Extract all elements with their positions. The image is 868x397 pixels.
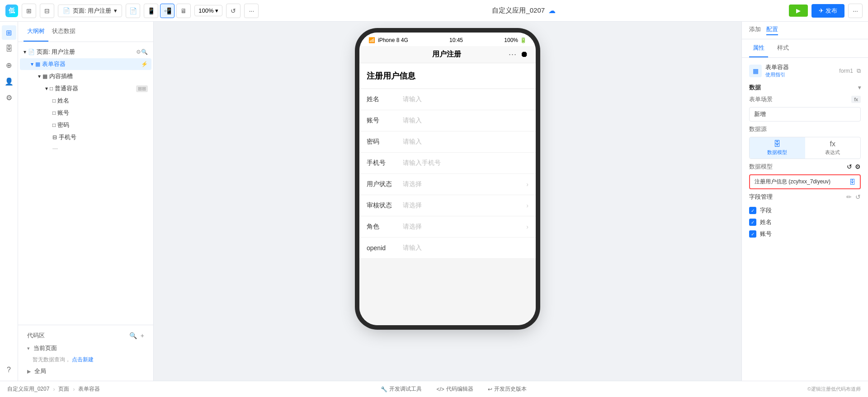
form-row-role: 角色 请选择 › <box>359 216 536 238</box>
add-type-label: 新增 <box>754 111 766 117</box>
debug-icon: 🔧 <box>381 386 387 392</box>
top-toolbar: 低 ⊞ ⊟ 📄 页面: 用户注册 ▾ 📄 📱 📲 🖥 100% ▾ ↺ ··· … <box>0 0 868 22</box>
expression-option[interactable]: fx 表达式 <box>805 137 861 159</box>
phone-mockup: 📶 iPhone 8 4G 10:45 100% 🔋 用户注册 ··· ⏺ <box>359 33 536 325</box>
lightning-icon[interactable]: ⚡ <box>141 61 148 67</box>
tree-field-account[interactable]: □ 账号 <box>20 107 151 119</box>
user-icon[interactable]: 👤 <box>2 74 16 89</box>
app-logo[interactable]: 低 <box>5 5 18 17</box>
expression-icon: fx <box>830 140 835 148</box>
data-model-option[interactable]: 🗄 数据模型 <box>750 137 805 159</box>
fx-badge[interactable]: fx <box>851 96 861 103</box>
search-tree-icon[interactable]: 🔍 <box>141 49 148 55</box>
tab-properties[interactable]: 属性 <box>749 39 768 57</box>
data-model-value: 注册用户信息 (zcyhxx_7diyeuv) <box>755 178 830 186</box>
tree-field-phone[interactable]: ⊟ 手机号 <box>20 131 151 143</box>
add-type-selector[interactable]: 新增 <box>749 107 861 121</box>
slot-icon: ▦ <box>42 73 47 79</box>
debug-tool-btn[interactable]: 🔧 开发调试工具 <box>377 383 425 395</box>
refresh-btn[interactable]: ↺ <box>226 4 241 18</box>
history-btn[interactable]: ↩ 开发历史版本 <box>484 383 530 395</box>
phone-page-title: 用户注册 <box>432 50 461 59</box>
data-icon[interactable]: 🗄 <box>2 42 16 56</box>
settings-icon[interactable]: ⚙ <box>2 90 16 105</box>
bottom-center-tools: 🔧 开发调试工具 </> 代码编辑器 ↩ 开发历史版本 <box>104 383 804 395</box>
mobile-view-btn[interactable]: 📱 <box>144 4 158 18</box>
left-panel: 大纲树 状态数据 ▾ 📄 页面: 用户注册 ⚙ 🔍 ▾ ▦ 表单容器 ⚡ <box>18 22 154 381</box>
battery-area: 100% 🔋 <box>504 37 527 43</box>
field-checkbox-name[interactable]: ✓ 姓名 <box>749 216 861 228</box>
code-editor-btn[interactable]: </> 代码编辑器 <box>433 383 476 395</box>
data-model-icon: 🗄 <box>774 140 781 148</box>
settings-tree-icon[interactable]: ⚙ <box>136 49 141 55</box>
desktop-view-btn[interactable]: 🖥 <box>176 4 191 18</box>
edit-fields-icon[interactable]: ✏ <box>846 193 852 201</box>
tab-state-data[interactable]: 状态数据 <box>48 22 79 42</box>
toolbar-more-btn[interactable]: ··· <box>848 4 863 18</box>
help-icon[interactable]: ? <box>2 363 16 377</box>
field-checkbox-all[interactable]: ✓ 字段 <box>749 205 861 216</box>
publish-button[interactable]: ✈ 发布 <box>811 4 844 18</box>
tree-page-node[interactable]: ▾ 📄 页面: 用户注册 ⚙ 🔍 <box>20 46 151 58</box>
breadcrumb-sep-1: › <box>53 386 55 392</box>
right-panel-actions: 添加 配置 <box>749 25 778 35</box>
component-name: 表单容器 <box>765 63 835 71</box>
pages-icon[interactable]: ⊞ <box>2 25 16 40</box>
data-section-title: 数据 ▾ <box>749 84 861 92</box>
tree-content-slot[interactable]: ▾ ▦ 内容插槽 <box>20 70 151 82</box>
refresh-fields-icon[interactable]: ↺ <box>855 193 861 201</box>
form-row-user-status: 用户状态 请选择 › <box>359 174 536 195</box>
page-selector[interactable]: 📄 页面: 用户注册 ▾ <box>58 5 122 17</box>
component-id: form1 <box>839 68 853 74</box>
tree-normal-container[interactable]: ▾ □ 普通容器 ⊞⊞ <box>20 83 151 94</box>
api-icon[interactable]: ⊕ <box>2 58 16 72</box>
table-scene-label: 表单场景 <box>749 95 773 103</box>
outline-view-btn[interactable]: ⊞ <box>22 4 36 18</box>
form-row-name: 姓名 请输入 <box>359 89 536 110</box>
add-code-icon[interactable]: + <box>141 332 144 339</box>
tree-field-password[interactable]: □ 密码 <box>20 119 151 131</box>
config-action-btn[interactable]: 配置 <box>766 25 778 35</box>
zoom-value: 100% <box>198 7 213 14</box>
use-guide-link[interactable]: 使用指引 <box>765 71 785 78</box>
page-icon: 📄 <box>28 49 35 55</box>
copy-icon[interactable]: ⧉ <box>857 67 861 75</box>
add-action-btn[interactable]: 添加 <box>749 25 761 35</box>
data-model-db-icon: 🗄 <box>849 178 855 186</box>
new-page-btn[interactable]: 📄 <box>126 4 140 18</box>
search-code-icon[interactable]: 🔍 <box>129 332 137 339</box>
arrow-icon-2: › <box>526 202 528 209</box>
data-model-field[interactable]: 注册用户信息 (zcyhxx_7diyeuv) 🗄 <box>749 174 861 189</box>
tab-outline[interactable]: 大纲树 <box>24 22 48 42</box>
canvas-area[interactable]: 📶 iPhone 8 4G 10:45 100% 🔋 用户注册 ··· ⏺ <box>154 22 741 381</box>
create-link[interactable]: 点击新建 <box>72 356 94 363</box>
field-account-label: 账号 <box>760 230 772 238</box>
tab-style[interactable]: 样式 <box>774 39 793 57</box>
phone-time: 10:45 <box>449 37 463 43</box>
form-row-password: 密码 请输入 <box>359 131 536 153</box>
data-model-row: 数据模型 ↺ ⚙ <box>749 163 861 171</box>
field-checkbox-account[interactable]: ✓ 账号 <box>749 228 861 240</box>
settings-data-icon[interactable]: ⚙ <box>855 163 861 170</box>
tree-field-name[interactable]: □ 姓名 <box>20 95 151 107</box>
field-icon-1: □ <box>52 98 56 104</box>
tablet-view-btn[interactable]: 📲 <box>160 4 175 18</box>
field-name-label: 姓名 <box>760 218 772 226</box>
data-section-chevron[interactable]: ▾ <box>858 84 861 91</box>
tree-phone-label: 手机号 <box>59 133 148 141</box>
tree-form-container[interactable]: ▾ ▦ 表单容器 ⚡ <box>20 58 151 70</box>
checkbox-icon-name: ✓ <box>749 219 756 226</box>
field-manage-label: 字段管理 <box>749 193 773 201</box>
tree-container-label: 普通容器 <box>55 84 136 93</box>
data-source-row: 数据源 <box>749 125 861 133</box>
component-view-btn[interactable]: ⊟ <box>40 4 54 18</box>
debug-label: 开发调试工具 <box>389 385 422 393</box>
history-icon: ↩ <box>488 386 492 392</box>
container-icon: □ <box>50 85 53 92</box>
code-icon: </> <box>436 386 444 392</box>
run-button[interactable]: ▶ <box>789 5 808 17</box>
more-btn[interactable]: ··· <box>244 4 259 18</box>
refresh-data-icon[interactable]: ↺ <box>847 163 852 170</box>
zoom-selector[interactable]: 100% ▾ <box>194 5 222 16</box>
data-model-title: 数据模型 <box>749 163 773 171</box>
